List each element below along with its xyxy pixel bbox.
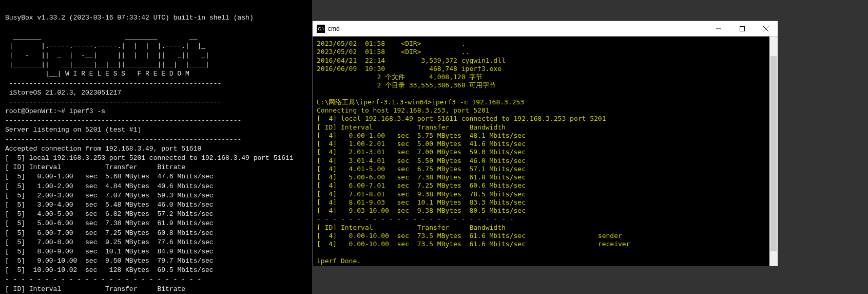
result-row: [ 5] 7.00-8.00 sec 9.25 MBytes 77.6 Mbit…: [5, 238, 214, 246]
result-row: [ 4] 5.00-6.00 sec 7.38 MBytes 61.8 Mbit…: [317, 173, 526, 181]
dir-line: 2023/05/02 01:58 <DIR> .: [317, 40, 466, 47]
accepted-conn: Accepted connection from 192.168.3.49, p…: [5, 145, 201, 153]
openwrt-terminal[interactable]: BusyBox v1.33.2 (2023-03-16 07:33:42 UTC…: [0, 0, 312, 294]
dir-line: 2023/05/02 01:58 <DIR> ..: [317, 48, 469, 56]
window-controls: [707, 21, 778, 36]
table-header: [ ID] Interval Transfer Bitrate: [5, 285, 185, 293]
local-conn: [ 4] local 192.168.3.49 port 51611 conne…: [317, 115, 606, 122]
result-row: [ 5] 9.00-10.00 sec 9.50 MBytes 79.7 Mbi…: [5, 257, 214, 265]
result-row: [ 4] 6.00-7.01 sec 7.25 MBytes 60.6 Mbit…: [317, 181, 526, 189]
dir-line: 2 个目录 33,555,386,368 可用字节: [317, 81, 496, 89]
minimize-button[interactable]: [707, 21, 730, 36]
dashes: - - - - - - - - - - - - - - - - - - - - …: [317, 215, 514, 223]
close-button[interactable]: [754, 21, 778, 36]
table-header: [ ID] Interval Transfer Bandwidth: [317, 224, 506, 231]
result-row: [ 4] 1.00-2.01 sec 5.00 MBytes 41.6 Mbit…: [317, 140, 526, 148]
local-conn: [ 5] local 192.168.3.253 port 5201 conne…: [5, 154, 294, 162]
result-row: [ 4] 3.01-4.01 sec 5.50 MBytes 46.0 Mbit…: [317, 157, 526, 164]
cmd-prompt: E:\网络工具\iperf-3.1.3-win64>: [317, 98, 432, 106]
summary-sender: [ 4] 0.00-10.00 sec 73.5 MBytes 61.6 Mbi…: [317, 232, 622, 240]
svg-rect-1: [740, 26, 745, 31]
cmd-command: iperf3 -c 192.168.3.253: [432, 98, 524, 106]
result-row: [ 5] 8.00-9.00 sec 10.1 MBytes 84.9 Mbit…: [5, 248, 214, 255]
result-row: [ 5] 5.00-6.00 sec 7.38 MBytes 61.9 Mbit…: [5, 219, 214, 227]
table-header: [ ID] Interval Transfer Bitrate: [5, 163, 185, 171]
result-row: [ 4] 0.00-1.00 sec 5.75 MBytes 48.1 Mbit…: [317, 132, 526, 139]
result-row: [ 4] 9.03-10.00 sec 9.38 MBytes 80.5 Mbi…: [317, 207, 526, 214]
separator-long: ----------------------------------------…: [5, 136, 241, 143]
dir-line: 2 个文件 4,008,120 字节: [317, 73, 483, 81]
iperf-done: iperf Done.: [317, 257, 361, 265]
separator: ----------------------------------------…: [5, 98, 221, 106]
result-row: [ 4] 7.01-8.01 sec 9.38 MBytes 78.5 Mbit…: [317, 190, 526, 198]
window-title: cmd: [328, 25, 707, 32]
titlebar[interactable]: C:\ cmd: [313, 21, 778, 36]
result-row: [ 5] 1.00-2.00 sec 4.84 MBytes 40.6 Mbit…: [5, 182, 214, 190]
cmd-window: C:\ cmd 2023/05/02 01:58 <DIR> . 2023/05…: [312, 21, 778, 266]
cmd-terminal[interactable]: 2023/05/02 01:58 <DIR> . 2023/05/02 01:5…: [313, 36, 778, 266]
dir-line: 2016/04/21 22:14 3,539,372 cygwin1.dll: [317, 57, 506, 64]
maximize-button[interactable]: [730, 21, 754, 36]
separator-long: ----------------------------------------…: [5, 117, 241, 124]
table-header: [ ID] Interval Transfer Bandwidth: [317, 123, 506, 131]
dashes: - - - - - - - - - - - - - - - - - - - - …: [5, 275, 201, 283]
result-row: [ 5] 3.00-4.00 sec 5.48 MBytes 46.0 Mbit…: [5, 201, 214, 209]
result-row: [ 5] 0.00-1.00 sec 5.68 MBytes 47.6 Mbit…: [5, 173, 214, 180]
result-row: [ 5] 10.00-10.02 sec 128 KBytes 69.5 Mbi…: [5, 266, 214, 274]
result-row: [ 4] 2.01-3.01 sec 7.00 MBytes 59.0 Mbit…: [317, 148, 526, 156]
os-line: iStoreOS 21.02.3, 2023051217: [5, 89, 121, 97]
server-listening-1: Server listening on 5201 (test #1): [5, 126, 141, 134]
result-row: [ 5] 6.00-7.00 sec 7.25 MBytes 60.8 Mbit…: [5, 229, 214, 237]
busybox-line: BusyBox v1.33.2 (2023-03-16 07:33:42 UTC…: [5, 14, 254, 22]
openwrt-ascii-art: _______ ________ __ | |.-----.-----.----…: [5, 33, 221, 87]
shell-prompt: root@OpenWrt:~#: [5, 107, 69, 115]
result-row: [ 4] 8.01-9.03 sec 10.1 MBytes 83.3 Mbit…: [317, 198, 526, 206]
scrollbar[interactable]: [769, 36, 778, 266]
result-row: [ 5] 2.00-3.00 sec 7.07 MBytes 59.3 Mbit…: [5, 192, 214, 199]
summary-receiver: [ 4] 0.00-10.00 sec 73.5 MBytes 61.6 Mbi…: [317, 240, 630, 248]
result-row: [ 5] 4.00-5.00 sec 6.82 MBytes 57.2 Mbit…: [5, 210, 214, 218]
shell-command: iperf3 -s: [69, 107, 105, 115]
dir-line: 2016/06/09 10:30 468,748 iperf3.exe: [317, 65, 501, 72]
result-row: [ 4] 4.01-5.00 sec 6.75 MBytes 57.1 Mbit…: [317, 165, 526, 173]
cmd-icon: C:\: [317, 25, 325, 33]
scrollbar-thumb[interactable]: [770, 56, 777, 251]
connecting-line: Connecting to host 192.168.3.253, port 5…: [317, 106, 490, 114]
